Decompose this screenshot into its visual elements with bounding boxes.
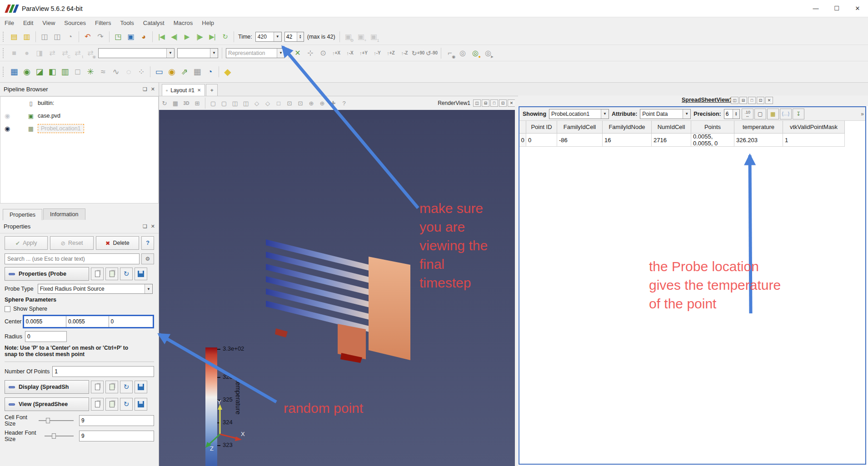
column-visibility-icon[interactable]: ▦: [767, 109, 779, 119]
apply-button[interactable]: ✔Apply: [5, 236, 48, 250]
camera-link-1-icon[interactable]: ▣1: [368, 31, 380, 43]
tab-properties[interactable]: Properties: [3, 209, 42, 220]
interactive-select-cells-icon[interactable]: ⊡: [284, 98, 294, 108]
toggle-2d3d-icon[interactable]: 3D: [181, 98, 191, 108]
visibility-eye-icon[interactable]: ◉: [0, 112, 14, 119]
paste-properties-button[interactable]: [105, 268, 118, 280]
interactive-select-points-icon[interactable]: ⊡: [295, 98, 305, 108]
zoom-to-box-icon[interactable]: ⊙: [317, 47, 329, 59]
cell-font-size-slider[interactable]: [39, 420, 74, 421]
center-z-input[interactable]: [109, 316, 153, 327]
screenshot-icon[interactable]: ▣: [125, 31, 137, 43]
menu-filters[interactable]: Filters: [90, 17, 115, 29]
split-vertical-icon[interactable]: ⊟: [482, 99, 489, 107]
extract-subset-icon[interactable]: □: [72, 66, 84, 78]
table-cell-familyidnode[interactable]: 16: [603, 134, 652, 147]
radius-input[interactable]: [25, 331, 67, 342]
toolbar-overflow-icon[interactable]: »: [861, 111, 864, 117]
center-x-input[interactable]: [24, 316, 67, 327]
copy-display-button[interactable]: [91, 381, 104, 393]
component-combo[interactable]: ▼: [177, 48, 218, 58]
header-font-size-input[interactable]: [79, 431, 154, 441]
menu-view[interactable]: View: [38, 17, 60, 29]
grid-axes-icon[interactable]: ⊞: [192, 98, 202, 108]
menu-help[interactable]: Help: [197, 17, 219, 29]
save-defaults-button[interactable]: [135, 268, 147, 280]
column-header[interactable]: NumIdCell: [652, 121, 691, 134]
column-header[interactable]: Point ID: [526, 121, 557, 134]
redo-icon[interactable]: ↷: [95, 31, 106, 43]
rotate-90-cw-icon[interactable]: ↻+90: [411, 47, 425, 59]
close-view-icon[interactable]: ✕: [765, 97, 773, 104]
table-cell-vtkvalidpointmask[interactable]: 1: [783, 134, 845, 147]
play-icon[interactable]: ▶: [181, 31, 193, 43]
line-chart-view-icon[interactable]: ⇗: [179, 66, 190, 78]
slider-handle[interactable]: [46, 418, 50, 423]
representation-combo[interactable]: Representation▼: [226, 48, 285, 58]
calculator-filter-icon[interactable]: ▦: [8, 66, 20, 78]
clip-filter-icon[interactable]: ◪: [34, 66, 45, 78]
detach-view-icon[interactable]: ⊡: [757, 97, 764, 104]
maximize-view-icon[interactable]: □: [748, 97, 756, 104]
toggle-legend-icon[interactable]: ◨: [34, 47, 45, 59]
hover-points-icon[interactable]: ⊕: [317, 98, 327, 108]
detach-view-icon[interactable]: ⊡: [499, 99, 507, 107]
toolbar-grip[interactable]: [3, 32, 5, 42]
contour-filter-icon[interactable]: ◉: [21, 66, 33, 78]
view-minus-z-icon[interactable]: ↑-Z: [398, 47, 411, 59]
camera-adjust-icon[interactable]: ▣⚙: [343, 31, 354, 43]
interaction-mode-icon[interactable]: ↻: [160, 98, 170, 108]
split-horizontal-icon[interactable]: ◫: [731, 97, 738, 104]
group-datasets-icon[interactable]: ◌: [123, 66, 135, 78]
paste-display-button[interactable]: [105, 381, 118, 393]
select-points-through-icon[interactable]: ◫: [241, 98, 251, 108]
reset-defaults-button[interactable]: ↻: [120, 268, 133, 280]
center-y-input[interactable]: [66, 316, 109, 327]
view-minus-y-icon[interactable]: ↑-Y: [370, 47, 384, 59]
extract-level-icon[interactable]: ⁘: [135, 66, 147, 78]
showing-combo[interactable]: ProbeLocation1▼: [549, 109, 609, 119]
view-plus-y-icon[interactable]: ↑+Y: [357, 47, 370, 59]
row-index-cell[interactable]: 0: [519, 134, 526, 147]
export-scene-icon[interactable]: ◳: [112, 31, 124, 43]
minimize-icon[interactable]: —: [805, 0, 826, 17]
copy-view-button[interactable]: [91, 398, 104, 411]
row-index-header[interactable]: [519, 121, 526, 134]
select-cells-through-icon[interactable]: ◫: [230, 98, 240, 108]
export-spreadsheet-icon[interactable]: ↧: [793, 109, 804, 119]
slice-filter-icon[interactable]: ◧: [46, 66, 58, 78]
layout-tab[interactable]: ▫ Layout #1 ✕: [162, 84, 205, 96]
rescale-time-icon[interactable]: ⇄t: [72, 47, 84, 59]
render-view-icon[interactable]: ▭: [153, 66, 165, 78]
menu-file[interactable]: File: [0, 17, 19, 29]
rescale-custom-icon[interactable]: ⇄C: [59, 47, 71, 59]
warp-filter-icon[interactable]: ∿: [110, 66, 122, 78]
rotate-90-ccw-icon[interactable]: ↺-90: [425, 47, 439, 59]
dock-close-icon[interactable]: ✕: [151, 86, 155, 92]
table-cell-points[interactable]: 0.0055, 0.0055, 0: [691, 134, 734, 147]
load-state-icon[interactable]: ◫: [39, 31, 50, 43]
menu-macros[interactable]: Macros: [169, 17, 198, 29]
close-icon[interactable]: ✕: [847, 0, 868, 17]
glyph-filter-icon[interactable]: ✳: [85, 66, 96, 78]
section-properties-probe[interactable]: Properties (Probe: [5, 267, 89, 281]
select-block-icon[interactable]: □: [274, 98, 284, 108]
select-polygon-cells-icon[interactable]: ◇: [252, 98, 262, 108]
split-vertical-icon[interactable]: ⊟: [739, 97, 747, 104]
open-file-icon[interactable]: ▤: [8, 31, 20, 43]
pipeline-item-builtin[interactable]: ▯ builtin:: [0, 97, 158, 109]
color-by-combo[interactable]: ▼: [98, 48, 175, 58]
section-display-spreadsheet[interactable]: Display (SpreadSh: [5, 380, 89, 394]
column-header[interactable]: FamilyIdNode: [603, 121, 652, 134]
table-cell-point-id[interactable]: 0: [526, 134, 557, 147]
maximize-view-icon[interactable]: □: [490, 99, 498, 107]
show-center-icon[interactable]: ◎: [457, 47, 469, 59]
plot-over-time-icon[interactable]: ◔: [204, 66, 216, 78]
view-splitter[interactable]: [515, 96, 518, 466]
first-frame-icon[interactable]: |◀: [155, 31, 167, 43]
maximize-icon[interactable]: ☐: [826, 0, 847, 17]
pipeline-item-case-pvd[interactable]: ◉ ▣ case.pvd: [0, 109, 158, 122]
menu-catalyst[interactable]: Catalyst: [139, 17, 169, 29]
dock-close-icon[interactable]: ✕: [151, 223, 155, 229]
column-header[interactable]: FamilyIdCell: [557, 121, 603, 134]
